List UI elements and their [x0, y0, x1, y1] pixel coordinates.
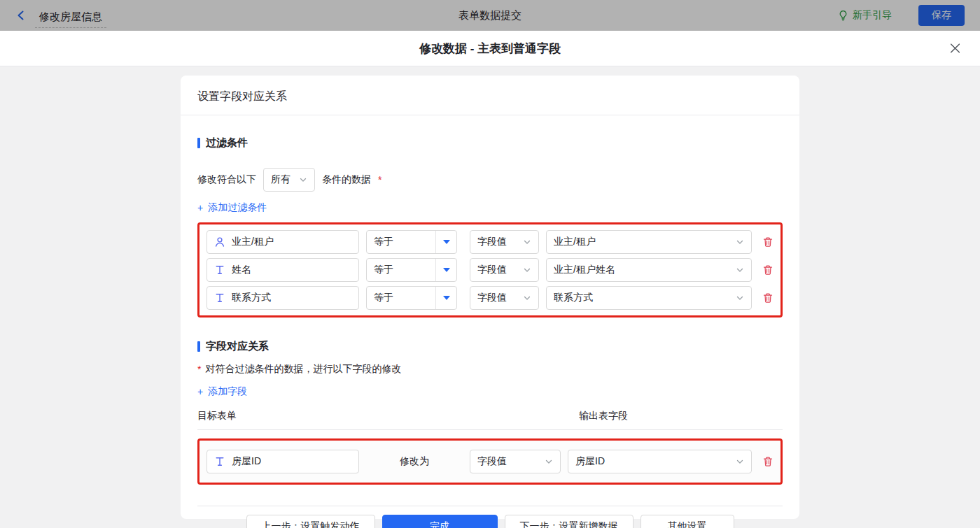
section-accent-bar	[197, 341, 200, 352]
mapping-description: * 对符合过滤条件的数据，进行以下字段的修改	[197, 363, 783, 376]
filter-condition-row: 姓名 等于 字段值 业主/租户姓名	[206, 258, 774, 282]
operator-dropdown-button[interactable]	[435, 287, 456, 309]
value-type-value: 字段值	[477, 264, 507, 276]
delete-row-icon[interactable]	[762, 456, 774, 467]
add-filter-condition-link[interactable]: + 添加过滤条件	[197, 201, 267, 214]
mapping-columns-header: 目标表单 输出表字段	[197, 410, 783, 422]
operator-select[interactable]: 等于	[366, 230, 457, 254]
delete-row-icon[interactable]	[762, 236, 774, 248]
condition-field-value: 姓名	[232, 264, 251, 276]
modal-header: 修改数据 - 主表到普通字段	[0, 31, 980, 66]
chevron-down-icon	[736, 266, 744, 274]
required-asterisk: *	[197, 364, 201, 375]
mapping-section-title: 字段对应关系	[197, 340, 783, 353]
section-accent-bar	[197, 138, 200, 148]
value-type-select[interactable]: 字段值	[470, 230, 539, 254]
mapping-highlight-box: 房屋ID 修改为 字段值 房屋ID	[197, 438, 783, 485]
condition-value: 业主/租户姓名	[554, 264, 615, 276]
modify-to-label: 修改为	[359, 455, 470, 468]
value-type-value: 字段值	[477, 292, 507, 304]
condition-field-input[interactable]: 联系方式	[206, 286, 359, 310]
operator-dropdown-button[interactable]	[435, 259, 456, 281]
match-prefix-label: 修改符合以下	[197, 173, 256, 186]
mapping-section-label: 字段对应关系	[206, 340, 269, 353]
text-field-icon	[214, 264, 225, 276]
footer-divider	[197, 506, 783, 506]
value-type-select[interactable]: 字段值	[470, 258, 539, 282]
footer-buttons: 上一步：设置触发动作 完成 下一步：设置新增数据 其他设置	[197, 515, 783, 528]
condition-value-select[interactable]: 业主/租户	[546, 230, 752, 254]
value-type-value: 字段值	[477, 236, 507, 248]
add-filter-condition-label: 添加过滤条件	[208, 201, 267, 214]
operator-select[interactable]: 等于	[366, 286, 457, 310]
chevron-down-icon	[523, 266, 531, 274]
operator-value: 等于	[367, 292, 435, 304]
mapping-description-text: 对符合过滤条件的数据，进行以下字段的修改	[205, 363, 401, 376]
modal-title: 修改数据 - 主表到普通字段	[419, 41, 561, 57]
value-type-select[interactable]: 字段值	[470, 286, 539, 310]
operator-value: 等于	[367, 264, 435, 276]
card-title: 设置字段对应关系	[181, 76, 799, 115]
plus-icon: +	[197, 202, 203, 213]
operator-select[interactable]: 等于	[366, 258, 457, 282]
columns-divider	[197, 429, 783, 430]
condition-value: 联系方式	[554, 292, 593, 304]
condition-field-value: 联系方式	[232, 292, 271, 304]
close-icon[interactable]	[949, 43, 961, 55]
condition-value: 业主/租户	[554, 236, 596, 248]
triangle-down-icon	[443, 240, 450, 244]
output-field-select[interactable]: 房屋ID	[568, 450, 752, 473]
top-navigation-bar: 修改房屋信息 表单数据提交 新手引导 保存	[0, 0, 980, 31]
delete-row-icon[interactable]	[762, 264, 774, 276]
text-field-icon	[214, 292, 225, 304]
filter-section-title: 过滤条件	[197, 136, 783, 150]
add-field-label: 添加字段	[208, 385, 247, 398]
mapping-row: 房屋ID 修改为 字段值 房屋ID	[206, 450, 774, 473]
chevron-down-icon	[523, 238, 531, 246]
match-condition-line: 修改符合以下 所有 条件的数据 *	[197, 168, 783, 192]
plus-icon: +	[197, 386, 203, 397]
match-suffix-label: 条件的数据	[322, 173, 371, 186]
output-field-column-label: 输出表字段	[579, 410, 628, 422]
condition-value-select[interactable]: 联系方式	[546, 286, 752, 310]
add-field-link[interactable]: + 添加字段	[197, 385, 247, 398]
operator-value: 等于	[367, 236, 435, 248]
other-settings-button[interactable]: 其他设置	[640, 515, 734, 528]
triangle-down-icon	[443, 268, 450, 272]
text-field-icon	[214, 456, 225, 467]
operator-dropdown-button[interactable]	[435, 231, 456, 253]
value-type-value: 字段值	[477, 455, 507, 468]
chevron-down-icon	[736, 238, 744, 246]
target-form-column-label: 目标表单	[197, 410, 579, 422]
chevron-down-icon	[736, 457, 744, 466]
target-field-input[interactable]: 房屋ID	[206, 450, 359, 473]
filter-condition-row: 联系方式 等于 字段值 联系方式	[206, 286, 774, 310]
condition-field-input[interactable]: 业主/租户	[206, 230, 359, 254]
filter-section-label: 过滤条件	[206, 136, 248, 150]
field-mapping-card: 设置字段对应关系 过滤条件 修改符合以下 所有 条件的数据 * +	[181, 76, 799, 519]
modal-body: 设置字段对应关系 过滤条件 修改符合以下 所有 条件的数据 * +	[0, 66, 980, 528]
user-icon	[214, 236, 225, 248]
prev-step-button[interactable]: 上一步：设置触发动作	[246, 515, 375, 528]
condition-field-value: 业主/租户	[232, 236, 274, 248]
next-step-button[interactable]: 下一步：设置新增数据	[505, 515, 634, 528]
triangle-down-icon	[443, 296, 450, 300]
condition-value-select[interactable]: 业主/租户姓名	[546, 258, 752, 282]
filter-conditions-highlight-box: 业主/租户 等于 字段值 业主/租户	[197, 222, 783, 317]
filter-condition-row: 业主/租户 等于 字段值 业主/租户	[206, 230, 774, 254]
target-field-value: 房屋ID	[232, 455, 261, 468]
chevron-down-icon	[736, 294, 744, 302]
output-field-value: 房屋ID	[575, 455, 605, 468]
condition-field-input[interactable]: 姓名	[206, 258, 359, 282]
modal-dim-overlay	[0, 0, 980, 31]
chevron-down-icon	[545, 457, 553, 466]
match-mode-value: 所有	[271, 173, 290, 186]
done-button[interactable]: 完成	[382, 515, 498, 528]
value-type-select[interactable]: 字段值	[470, 450, 561, 473]
chevron-down-icon	[523, 294, 531, 302]
match-mode-select[interactable]: 所有	[263, 168, 315, 192]
required-asterisk: *	[378, 174, 382, 185]
chevron-down-icon	[299, 176, 307, 184]
delete-row-icon[interactable]	[762, 292, 774, 304]
